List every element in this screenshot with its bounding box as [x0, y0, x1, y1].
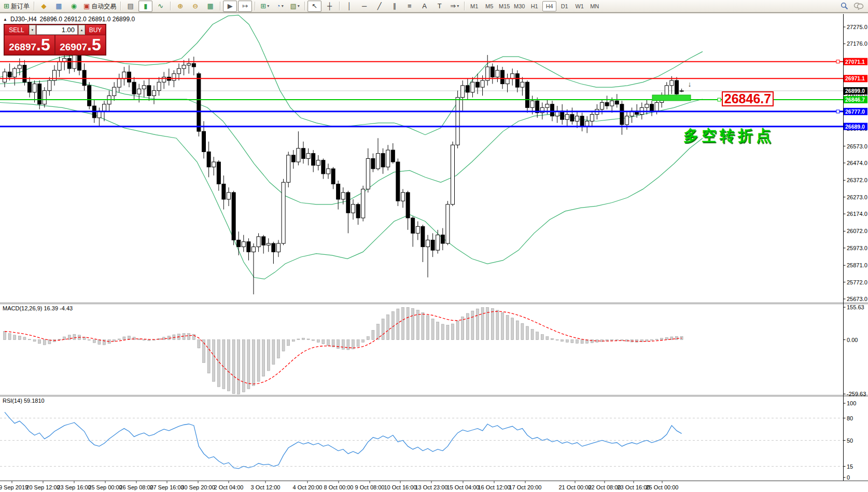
candle [446, 204, 450, 243]
macd-bar [287, 340, 290, 346]
volume-decrease-button[interactable]: ▼ [29, 25, 36, 35]
horizontal-line-tool-button[interactable]: ─ [357, 1, 371, 12]
timeframe-m1-button[interactable]: M1 [467, 1, 481, 11]
macd-bar [521, 323, 524, 339]
time-tick-label: 13 Oct 23:00 [415, 484, 448, 490]
volume-value[interactable]: 1.00 [36, 25, 78, 35]
time-tick-label: 20 Sep 12:00 [26, 484, 60, 490]
bar-chart-type-button[interactable]: ▤ [123, 1, 137, 12]
line-anchor-marker[interactable] [718, 98, 721, 101]
vertical-line-tool-button[interactable]: │ [342, 1, 356, 12]
channel-tool-button[interactable]: ∥ [387, 1, 401, 12]
timeframe-mn-button[interactable]: MN [587, 1, 601, 11]
zoom-in-button[interactable]: ⊕ [173, 1, 187, 12]
buy-price-int: 26907 [60, 37, 87, 53]
symbol-label: DJ30-,H4 [10, 16, 37, 23]
fibonacci-tool-button[interactable]: ≡ [402, 1, 416, 12]
auto-trading-button[interactable]: ▣自动交易 [82, 1, 118, 12]
timeframe-m15-button[interactable]: M15 [497, 1, 511, 11]
last-bar-arrow-icon: ↓ [688, 80, 692, 88]
candle [545, 104, 549, 108]
candle [202, 131, 206, 152]
price-label-text: 26971.1 [845, 75, 865, 81]
buy-button[interactable]: BUY [86, 25, 105, 35]
timeframe-m5-button[interactable]: M5 [482, 1, 496, 11]
candle [172, 74, 176, 80]
candle [431, 240, 435, 250]
macd-bar [536, 332, 539, 340]
line-anchor-marker[interactable] [836, 110, 839, 113]
tile-windows-button[interactable]: ▦ [203, 1, 217, 12]
macd-bar [272, 340, 275, 364]
macd-bar [506, 316, 509, 340]
market-watch-button[interactable]: ◆ [37, 1, 51, 12]
search-icon[interactable] [841, 2, 848, 10]
arrows-tool-button[interactable]: ⇒▾ [447, 1, 461, 12]
text-label-tool-button[interactable]: T [432, 1, 446, 12]
price-tick-label: 25871.0 [847, 262, 867, 268]
new-order-button-label: 新订单 [11, 3, 30, 9]
zoom-out-button[interactable]: ⊖ [188, 1, 202, 12]
sell-price-button[interactable]: 26897.5 [5, 35, 54, 54]
candle [620, 104, 624, 125]
signals-button[interactable]: ◉ [67, 1, 81, 12]
chart-canvas[interactable]: 27275.027176.027077.026977.026876.026775… [0, 0, 868, 492]
macd-bar [531, 329, 534, 339]
turning-point-note: 多空转折点 [683, 126, 774, 146]
line-chart-type-button[interactable]: ∿ [153, 1, 167, 12]
new-chart-icon: ⊞ [260, 3, 266, 9]
chat-icon[interactable] [853, 2, 864, 10]
crosshair-tool-button[interactable]: ┼ [323, 1, 337, 12]
candle [48, 80, 51, 91]
candle [232, 193, 235, 240]
candle [152, 91, 156, 96]
candle [132, 82, 136, 94]
navigator-button[interactable]: ▦ [52, 1, 66, 12]
collapse-panel-icon[interactable]: ▲ [3, 17, 7, 22]
candle [491, 67, 494, 77]
new-order-button[interactable]: ⊞新订单 [2, 1, 31, 12]
timeframe-h1-button[interactable]: H1 [527, 1, 541, 11]
timeframe-d1-button[interactable]: D1 [557, 1, 571, 11]
candle [147, 86, 151, 96]
arrows-tool-icon: ⇒ [450, 3, 456, 9]
candlestick-chart-type-button[interactable]: ▮ [138, 1, 152, 12]
candle [356, 204, 360, 218]
cursor-tool-button[interactable]: ↖ [307, 1, 321, 12]
candle [82, 70, 86, 85]
candle [3, 72, 7, 83]
templates-button[interactable]: ▧▾ [288, 1, 302, 12]
candle [466, 86, 469, 92]
volume-stepper[interactable]: ▼ 1.00 ▲ [29, 25, 85, 35]
macd-axis-ticks: 155.630.00-259.63 [844, 304, 866, 397]
buy-price-button[interactable]: 26907.5 [55, 35, 105, 54]
macd-bar [477, 309, 479, 340]
profiles-button[interactable]: ◔▾ [273, 1, 287, 12]
trendline-tool-button[interactable]: ╱ [372, 1, 386, 12]
line-anchor-marker[interactable] [836, 60, 839, 63]
toolbar-separator [120, 2, 121, 10]
chart-shift-button[interactable]: ↦ [238, 1, 252, 12]
candle [580, 116, 584, 127]
candle [222, 184, 226, 199]
time-axis: 19 Sep 201920 Sep 12:0023 Sep 16:0025 Se… [0, 481, 679, 490]
candle [212, 162, 216, 167]
timeframe-m30-button[interactable]: M30 [512, 1, 526, 11]
highlight-zone-rect[interactable] [652, 95, 691, 101]
macd-bar [93, 340, 95, 343]
macd-bar [546, 337, 549, 340]
macd-bar [148, 340, 150, 341]
candle [341, 193, 345, 199]
macd-bar [516, 321, 519, 340]
sell-button[interactable]: SELL [5, 25, 29, 35]
macd-bar [123, 337, 125, 340]
new-chart-button[interactable]: ⊞▾ [258, 1, 272, 12]
price-tick-label: 26372.0 [847, 177, 867, 183]
auto-scroll-button[interactable]: ▶ [223, 1, 237, 12]
timeframe-w1-button[interactable]: W1 [572, 1, 586, 11]
candle [242, 242, 245, 247]
timeframe-h4-button[interactable]: H4 [542, 1, 556, 11]
text-tool-button[interactable]: A [417, 1, 431, 12]
volume-increase-button[interactable]: ▲ [78, 25, 85, 35]
macd-indicator-label: MACD(12,26,9) 16.39 -4.43 [3, 305, 73, 311]
